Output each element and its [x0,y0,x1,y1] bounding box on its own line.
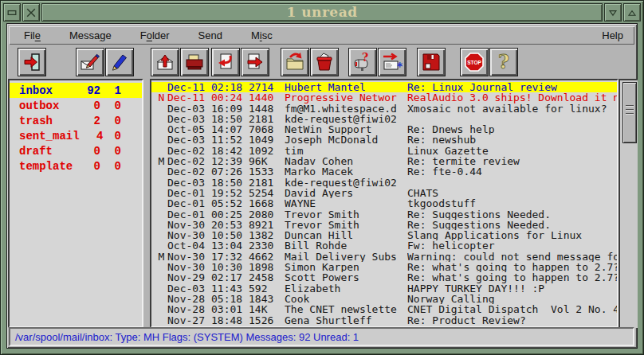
message-time: 05:52 [211,198,243,209]
menu-item-message[interactable]: Message [69,29,112,41]
message-sender: Nadav Cohen [285,156,398,166]
send-queued-button[interactable]: * [378,48,406,76]
folder-row-inbox[interactable]: inbox921 [10,83,142,98]
folder-total-count: 92 [73,84,100,97]
message-row[interactable]: Dec-0311:43592ElizabethHAPPY TURKEY DAY!… [151,283,617,294]
message-flag [158,82,165,92]
message-subject: tkgoodstuff [407,198,617,209]
message-date: Nov-30 [167,262,206,272]
move-to-folder-button[interactable] [281,48,309,76]
message-row[interactable]: Oct-0413:042330Bill RohdeFw: helicopter [151,240,617,251]
message-row[interactable]: Dec-0318:502181kde-request@fiwi02 [151,178,617,188]
save-button[interactable] [417,48,446,76]
retrieve-mail-button[interactable] [151,48,179,76]
message-sender: Bill Rohde [285,240,398,251]
message-row[interactable]: Dec-0100:252080Trevor SmithRe: Suggestio… [151,209,617,220]
check-mail-button[interactable]: ? [348,48,377,76]
folder-row-trash[interactable]: trash20 [10,113,142,128]
forward-button[interactable] [241,48,269,76]
menu-item-send[interactable]: Send [198,29,222,41]
exit-button[interactable] [18,48,46,76]
message-date: Dec-03 [167,114,206,124]
message-size: 96K [249,156,274,166]
message-row[interactable]: MDec-0212:3996KNadav CohenRe: termite re… [151,156,617,166]
svg-text:?: ? [498,52,509,72]
message-row[interactable]: Nov-2718:481526Gena ShurtleffRe: Product… [151,315,617,326]
message-flag [158,166,165,177]
stop-button[interactable]: STOP [460,48,489,76]
message-size: 2181 [249,178,274,188]
folder-unread-count: 1 [100,84,121,97]
compose-button[interactable] [76,48,104,76]
reply-button[interactable] [211,48,240,76]
message-time: 03:01 [211,304,243,314]
svg-text:?: ? [362,52,368,64]
message-row[interactable]: Nov-3010:301898Simon KarpenRe: what's go… [151,262,617,272]
folder-row-outbox[interactable]: outbox00 [10,98,142,113]
scrollbar-thumb[interactable] [622,82,637,143]
message-date: Nov-30 [167,220,206,230]
message-row[interactable]: Dec-0218:421092timLinux Gazette [151,146,617,156]
folder-name: inbox [10,84,73,97]
menu-item-folder[interactable]: Folder [140,29,170,41]
message-sender: Trevor Smith [285,220,398,230]
message-row[interactable]: Nov-2803:0114KThe CNET newsletteCNET Dig… [151,304,617,314]
delete-button[interactable] [310,48,339,76]
message-list-scrollbar[interactable] [618,79,638,328]
message-size: 1843 [249,294,274,304]
message-row[interactable]: Dec-0311:521049Joseph McDonaldRe: newshu… [151,135,617,145]
menu-item-help[interactable]: Help [602,29,623,41]
maximize-button[interactable] [623,3,641,21]
stop-sign-icon: STOP [464,52,485,72]
message-row[interactable]: Dec-1102:182714Hubert MantelRe: Linux Jo… [151,82,617,92]
folder-unread-count: 0 [100,145,121,158]
message-row[interactable]: Dec-0105:521668WAYNEtkgoodstuff [151,198,617,209]
menu-item-file[interactable]: File [24,29,41,41]
message-row[interactable]: Dec-0318:502181kde-request@fiwi02 [151,114,617,124]
menubar: FileMessageFolderSendMisc Help [9,26,634,45]
message-date: Dec-01 [167,188,206,198]
message-subject [407,114,617,124]
reply-arrow-icon [215,52,236,72]
message-row[interactable]: Nov-2805:181843CookNorway Calling [151,294,617,304]
message-time: 00:24 [211,92,243,103]
folder-row-template[interactable]: template00 [10,158,142,174]
message-row[interactable]: Dec-0316:091448fm@M1.whitespace.dXmosaic… [151,103,617,114]
message-row[interactable]: Dec-0119:525254David AyersCHATS [151,188,617,198]
message-row[interactable]: MNov-3017:324662Mail Delivery SubsWarnin… [151,252,617,262]
message-row[interactable]: Nov-3010:501382Duncan HillSlang Applicat… [151,230,617,240]
message-time: 12:39 [211,156,243,166]
message-row[interactable]: Dec-0207:261533Marko MacekRe: fte-0.44 [151,166,617,177]
window-menu-button[interactable] [3,3,21,21]
message-sender: Joseph McDonald [285,135,398,145]
message-row[interactable]: Oct-0514:077068NetWin SupportRe: Dnews h… [151,124,617,135]
menu-item-misc[interactable]: Misc [251,29,273,41]
message-subject: Re: Dnews help [407,124,617,135]
message-date: Nov-28 [167,304,206,314]
message-row[interactable]: Nov-2902:172458Scott PowersRe: what's go… [151,272,617,283]
folder-row-draft[interactable]: draft00 [10,143,142,158]
message-row[interactable]: NDec-1100:241440Progressive NetworRealAu… [151,92,617,103]
message-date: Nov-28 [167,294,206,304]
shade-button[interactable] [604,3,622,21]
message-row[interactable]: Nov-3020:538921Trevor SmithRe: Suggestio… [151,220,617,230]
message-size: 1092 [249,146,274,156]
print-button[interactable] [180,48,209,76]
window-menu-icon [6,6,18,19]
message-time: 16:09 [211,103,243,114]
message-subject: Re: newshub [407,135,617,145]
edit-button[interactable] [105,48,134,76]
message-size: 14K [249,304,274,314]
folder-name: outbox [10,99,73,112]
message-flag [158,178,165,188]
help-button[interactable]: ? [489,48,518,76]
title-strip[interactable]: 1 unread [41,3,603,21]
message-flag [158,294,165,304]
message-date: Dec-02 [167,156,206,166]
message-date: Dec-01 [167,198,206,209]
message-subject: Re: Suggestions Needed. [407,220,617,230]
close-button[interactable] [22,3,40,21]
message-sender: Duncan Hill [285,230,398,240]
folder-row-sent_mail[interactable]: sent_mail40 [10,128,142,143]
folder-unread-count: 0 [103,130,121,142]
